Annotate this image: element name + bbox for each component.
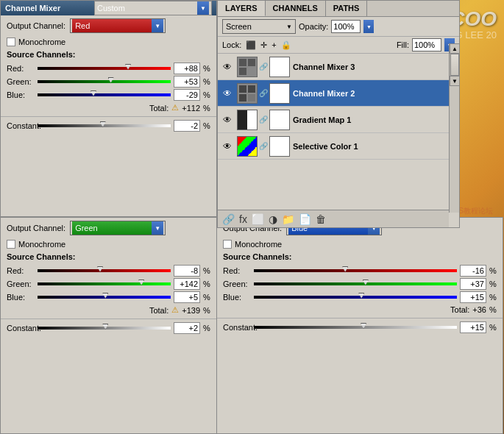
scroll-down-btn[interactable]: ▼ xyxy=(450,76,460,86)
svg-rect-4 xyxy=(239,85,246,93)
total-pct-blue: % xyxy=(489,305,497,314)
constant-track-blue[interactable] xyxy=(254,322,457,332)
green-val-blue[interactable]: +37 xyxy=(460,278,486,290)
constant-track-green[interactable] xyxy=(38,323,171,333)
total-value: +112 xyxy=(182,104,200,113)
layer-mask-thumb xyxy=(269,136,290,157)
constant-pct-blue: % xyxy=(489,323,497,332)
blue-slider-track[interactable] xyxy=(38,90,171,100)
blue-val-blue[interactable]: +15 xyxy=(460,291,486,303)
red-label-blue: Red: xyxy=(223,266,251,275)
monochrome-checkbox-green[interactable] xyxy=(7,240,15,249)
tab-channels[interactable]: CHANNELS xyxy=(266,1,326,16)
output-channel-btn-green[interactable]: ▼ xyxy=(152,221,163,235)
output-channel-row: Output Channel: Red ▼ xyxy=(1,15,216,36)
red-val-green[interactable]: -8 xyxy=(174,265,200,277)
opacity-btn[interactable]: ▼ xyxy=(363,20,374,33)
layers-list: 👁 🔗 Channel Mixer 3 👁 🔗 xyxy=(218,54,459,160)
blue-track-green[interactable] xyxy=(38,292,171,302)
layer-item[interactable]: 👁 🔗 Channel Mixer 3 xyxy=(218,54,459,80)
blend-mode-dropdown[interactable]: Screen ▼ xyxy=(222,19,296,34)
constant-value-box[interactable]: -2 xyxy=(174,120,200,132)
red-slider-row-green: Red: -8 % xyxy=(1,263,216,277)
layer-thumbs: 🔗 xyxy=(237,136,290,157)
blue-slider-row: Blue: -29 % xyxy=(1,88,216,101)
blue-track-blue[interactable] xyxy=(254,292,457,302)
layer-eye-icon[interactable]: 👁 xyxy=(221,140,234,153)
channel-mixer-blue-panel: Output Channel: Blue ▼ Monochrome Source… xyxy=(216,217,503,434)
layer-chain-icon: 🔗 xyxy=(259,89,268,97)
layer-mask-thumb xyxy=(269,83,290,104)
red-track-green[interactable] xyxy=(38,266,171,276)
warning-icon-green: ⚠ xyxy=(171,305,179,315)
divider xyxy=(1,116,216,117)
output-label-green: Output Channel: xyxy=(7,224,65,232)
svg-rect-5 xyxy=(248,85,255,93)
tab-layers[interactable]: LAYERS xyxy=(218,1,266,16)
output-channel-btn[interactable]: ▼ xyxy=(152,19,163,32)
green-value-box[interactable]: +53 xyxy=(174,76,200,88)
red-val-blue[interactable]: -16 xyxy=(460,265,486,277)
layer-thumb-icon xyxy=(237,57,258,77)
green-track-blue[interactable] xyxy=(254,279,457,289)
green-slider-bg xyxy=(38,80,171,83)
svg-rect-2 xyxy=(239,68,246,75)
monochrome-label: Monochrome xyxy=(18,38,65,46)
layer-item[interactable]: 👁 🔗 Gradient Map 1 xyxy=(218,107,459,133)
blue-slider-row-blue: Blue: +15 % xyxy=(217,290,503,303)
monochrome-checkbox-blue[interactable] xyxy=(223,240,232,249)
folder-icon[interactable]: 📁 xyxy=(282,213,294,225)
constant-val-blue[interactable]: +15 xyxy=(460,321,486,333)
divider-green xyxy=(1,319,216,319)
channel-mixer-top-panel: Channel Mixer Custom ▼ Output Channel: R… xyxy=(0,0,217,217)
layer-eye-icon[interactable]: 👁 xyxy=(221,60,234,74)
output-channel-dropdown-green[interactable]: Green ▼ xyxy=(70,221,166,235)
blue-pct-green: % xyxy=(203,293,210,302)
layer-eye-icon[interactable]: 👁 xyxy=(221,113,234,127)
lock-pixels-icon[interactable]: ⬛ xyxy=(246,40,256,50)
constant-row-green: Constant: +2 % xyxy=(1,321,216,334)
blue-val-green[interactable]: +5 xyxy=(174,291,200,303)
layer-thumbs: 🔗 xyxy=(237,57,290,77)
monochrome-checkbox[interactable] xyxy=(7,38,15,46)
adjustment-icon[interactable]: ◑ xyxy=(269,213,277,225)
scroll-up-btn[interactable]: ▲ xyxy=(450,43,460,54)
mask-icon[interactable]: ⬜ xyxy=(252,213,264,225)
red-value-box[interactable]: +88 xyxy=(174,63,200,74)
constant-bg-blue xyxy=(254,326,457,329)
svg-rect-6 xyxy=(239,94,246,102)
total-label: Total: xyxy=(149,104,168,113)
delete-layer-icon[interactable]: 🗑 xyxy=(316,213,326,225)
fx-icon[interactable]: fx xyxy=(239,213,247,225)
scroll-thumb[interactable] xyxy=(450,54,459,76)
lock-position-icon[interactable]: ✛ xyxy=(260,40,267,50)
red-label-green: Red: xyxy=(7,266,35,275)
new-layer-icon[interactable]: 📄 xyxy=(299,213,311,225)
preset-arrow-btn[interactable]: ▼ xyxy=(197,1,209,15)
fill-value-box[interactable]: 100% xyxy=(412,38,441,51)
red-track-blue[interactable] xyxy=(254,266,457,276)
blue-value-box[interactable]: -29 xyxy=(174,89,200,101)
constant-slider-track[interactable] xyxy=(38,121,171,131)
red-slider-track[interactable] xyxy=(38,63,171,74)
red-label: Red: xyxy=(7,64,35,73)
channel-mixer-green-panel: Output Channel: Green ▼ Monochrome Sourc… xyxy=(0,217,217,434)
layer-mask-thumb xyxy=(269,57,290,77)
lock-icon[interactable]: 🔒 xyxy=(281,40,291,50)
link-icon[interactable]: 🔗 xyxy=(222,213,235,225)
green-slider-track[interactable] xyxy=(38,77,171,87)
red-slider-bg xyxy=(38,67,171,70)
constant-label-green: Constant: xyxy=(7,324,35,332)
lock-all-icon[interactable]: + xyxy=(271,40,276,49)
output-channel-dropdown[interactable]: Red ▼ xyxy=(70,18,166,33)
opacity-value-box[interactable]: 100% xyxy=(331,20,361,33)
layer-eye-icon[interactable]: 👁 xyxy=(221,87,234,100)
preset-dropdown[interactable]: Custom ▼ xyxy=(94,1,212,15)
green-val-green[interactable]: +142 xyxy=(174,278,200,290)
layer-item[interactable]: 👁 🔗 Selective Color 1 xyxy=(218,133,459,160)
constant-val-green[interactable]: +2 xyxy=(174,322,200,334)
tab-paths[interactable]: PATHS xyxy=(326,1,368,16)
green-track-green[interactable] xyxy=(38,279,171,289)
layer-item[interactable]: 👁 🔗 Channel Mixer 2 xyxy=(218,80,459,107)
green-bg-green xyxy=(38,282,171,285)
